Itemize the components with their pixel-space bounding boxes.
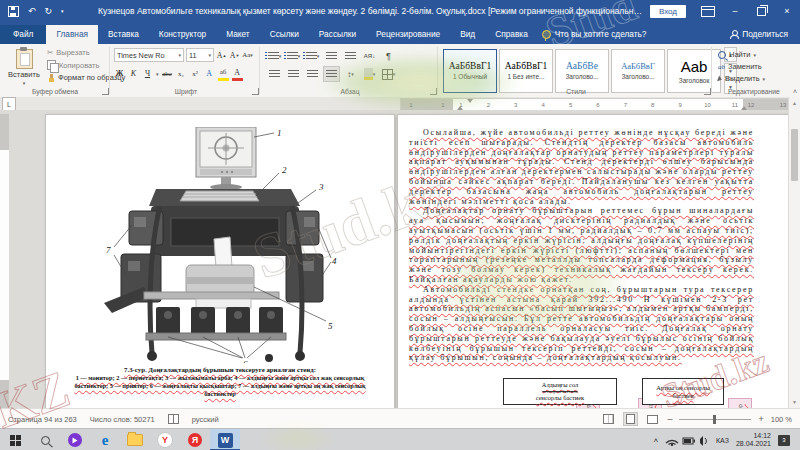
taskbar-explorer-button[interactable] [120, 429, 150, 450]
style-heading2[interactable]: АаБбВвГ Заголово... [611, 49, 665, 93]
superscript-button[interactable]: x² [190, 68, 201, 80]
taskbar-assistant-button[interactable] [60, 429, 90, 450]
font-name-combo[interactable]: Times New Ro▾ [114, 48, 184, 62]
tab-file[interactable]: Файл [0, 25, 46, 44]
read-mode-button[interactable] [601, 412, 616, 426]
redo-icon[interactable]: ↻ [45, 6, 53, 16]
zoom-level[interactable]: 100 % [771, 415, 792, 424]
minimize-button[interactable]: – [722, 0, 748, 22]
style-heading1[interactable]: АаБбВе Заголово... [555, 49, 609, 93]
sign-in-button[interactable]: Вход [650, 5, 686, 18]
numbered-list-button[interactable]: ▾ [285, 48, 302, 64]
taskbar-yandex-button[interactable]: Я [180, 429, 210, 450]
first-line-indent-marker[interactable] [467, 99, 473, 103]
keyboard-language[interactable]: КАЗ [716, 437, 729, 444]
tab-mailings[interactable]: Рассылки [309, 25, 366, 44]
paragraph-dialog-launcher[interactable] [430, 88, 437, 95]
word-count[interactable]: Число слов: 50271 [90, 415, 155, 424]
proofing-icon[interactable] [168, 414, 179, 424]
style-normal[interactable]: АаБбВвГ1 1 Обычный [443, 49, 497, 93]
zoom-slider-thumb[interactable] [713, 415, 716, 424]
italic-button[interactable]: К [128, 68, 139, 80]
vertical-scrollbar[interactable]: ▼ [788, 110, 800, 408]
scroll-down-button[interactable]: ▼ [789, 396, 800, 408]
action-center-button[interactable]: 3 [778, 435, 790, 446]
qat-customize-icon[interactable]: ▾ [61, 6, 64, 16]
styles-dialog-launcher[interactable] [704, 88, 711, 95]
vertical-ruler[interactable] [0, 114, 9, 408]
taskbar-search-button[interactable] [30, 429, 60, 450]
tab-references[interactable]: Ссылки [260, 25, 309, 44]
decrease-indent-button[interactable] [323, 48, 340, 64]
tell-me-search[interactable]: Что вы хотите сделать? [538, 25, 655, 44]
font-dialog-launcher[interactable] [252, 88, 259, 95]
language-indicator[interactable]: русский [192, 415, 219, 424]
highlight-button[interactable]: аб [218, 66, 229, 81]
tray-status-icons[interactable] [665, 434, 709, 446]
subscript-button[interactable]: x₂ [176, 68, 187, 80]
borders-button[interactable]: ▾ [380, 66, 397, 82]
shading-button[interactable]: ▾ [361, 66, 378, 82]
body-text-column[interactable]: Осылайша, жүйе автомобильді реттеу жөнін… [409, 128, 754, 363]
clock[interactable]: 14:12 28.04.2021 [736, 432, 771, 448]
start-button[interactable] [0, 429, 30, 450]
undo-icon[interactable]: ↶ [28, 6, 36, 16]
align-left-button[interactable] [266, 66, 283, 82]
underline-button[interactable]: Ч [142, 68, 153, 80]
paste-button[interactable]: Вставить ▾ [4, 47, 44, 93]
zoom-slider[interactable] [679, 419, 751, 420]
multilevel-list-button[interactable]: ▾ [304, 48, 321, 64]
tab-home[interactable]: Главная [46, 25, 98, 44]
find-button[interactable]: Найти▾ [718, 50, 765, 59]
close-button[interactable]: × [774, 0, 800, 22]
collapse-ribbon-button[interactable]: ˄ [793, 88, 797, 95]
ribbon-display-options-button[interactable] [696, 0, 722, 22]
tab-stop-selector[interactable]: L [2, 97, 16, 111]
save-icon[interactable] [8, 6, 19, 17]
zoom-in-button[interactable]: + [758, 414, 763, 424]
bold-button[interactable]: Ж [114, 68, 125, 80]
taskbar-yandex-browser-button[interactable]: Y [150, 429, 180, 450]
scrollbar-thumb[interactable] [791, 129, 798, 181]
select-button[interactable]: Выделить▾ [718, 74, 765, 83]
increase-indent-button[interactable] [342, 48, 359, 64]
page-indicator[interactable]: Страница 94 из 263 [8, 415, 77, 424]
align-right-button[interactable] [304, 66, 321, 82]
grow-font-button[interactable]: А▲ [216, 49, 227, 61]
share-button[interactable]: Поделиться [722, 25, 800, 44]
tab-review[interactable]: Рецензирование [366, 25, 450, 44]
tab-layout[interactable]: Макет [216, 25, 259, 44]
style-title[interactable]: Аab Заголовок [667, 49, 721, 93]
replace-button[interactable]: abЗаменить [718, 62, 765, 71]
bullet-list-button[interactable]: ▾ [266, 48, 283, 64]
web-layout-button[interactable] [645, 412, 660, 426]
textbox-front-left-sensor[interactable]: Алдыңғы сол сенсорлы бастиек сенсорлы ба… [503, 378, 617, 405]
page-right[interactable]: Осылайша, жүйе автомобильді реттеу жөнін… [397, 114, 791, 408]
change-case-button[interactable]: Аа▾ [242, 49, 253, 61]
tab-insert[interactable]: Вставка [98, 25, 149, 44]
rotated-label-3[interactable]: ор [728, 398, 752, 408]
sort-button[interactable]: АЯ↓ [361, 48, 378, 64]
strikethrough-button[interactable]: abc [162, 68, 173, 80]
document-area[interactable]: 1 2 3 4 5 6 7 7.3-сур. Доңғалақтардың бұ… [0, 110, 800, 408]
textbox-rear-right-sensor[interactable]: Артқы оң сенсорлы бастиек [642, 378, 724, 405]
underline-dropdown-icon[interactable]: ▾ [156, 71, 159, 77]
tab-design[interactable]: Конструктор [149, 25, 216, 44]
font-size-combo[interactable]: 11▾ [186, 48, 214, 62]
restore-button[interactable] [748, 0, 774, 22]
line-spacing-button[interactable]: ↕▾ [342, 66, 359, 82]
taskbar-word-button[interactable]: W [210, 429, 240, 450]
print-layout-button[interactable] [623, 412, 638, 426]
page-left[interactable]: 1 2 3 4 5 6 7 7.3-сур. Доңғалақтардың бұ… [45, 114, 395, 408]
scroll-up-button[interactable]: ▲ [788, 97, 800, 110]
style-no-spacing[interactable]: АаБбВвГ1 1 Без инте... [499, 49, 553, 93]
tab-view[interactable]: Вид [450, 25, 485, 44]
font-color-button[interactable]: А [232, 66, 243, 81]
tray-expand-icon[interactable]: ˄ [653, 436, 658, 445]
show-marks-button[interactable]: ¶ [380, 48, 397, 64]
text-effects-button[interactable]: А [204, 68, 215, 80]
clipboard-dialog-launcher[interactable] [102, 88, 109, 95]
taskbar-edge-button[interactable]: e [90, 429, 120, 450]
align-center-button[interactable] [285, 66, 302, 82]
justify-button[interactable] [323, 66, 340, 82]
